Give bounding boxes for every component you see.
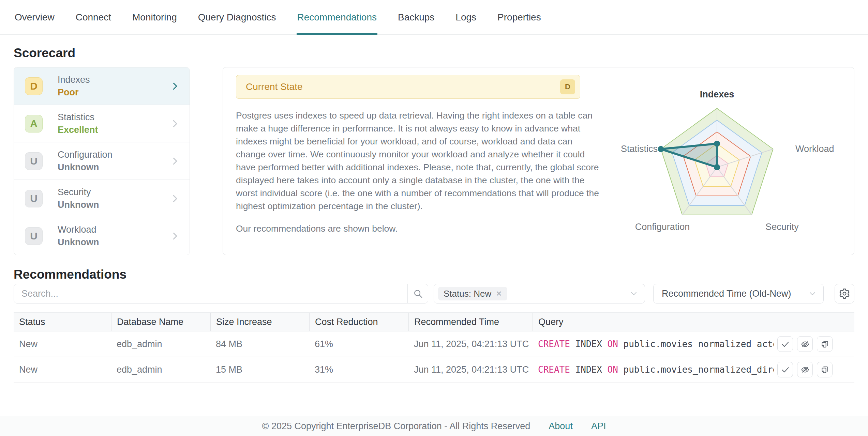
scorecard-item-configuration[interactable]: U Configuration Unknown bbox=[14, 142, 190, 180]
cell-status: New bbox=[14, 357, 111, 382]
scorecard-item-security[interactable]: U Security Unknown bbox=[14, 180, 190, 217]
apply-recommendation-button[interactable] bbox=[777, 336, 793, 352]
search-button[interactable] bbox=[407, 284, 428, 303]
copy-icon bbox=[820, 340, 829, 349]
current-state-title: Current State bbox=[246, 81, 303, 92]
remove-filter-icon[interactable]: × bbox=[496, 288, 502, 299]
grade-badge: U bbox=[25, 190, 43, 207]
current-state-card: Current State D Postgres uses indexes to… bbox=[223, 67, 854, 255]
gear-icon bbox=[839, 288, 850, 299]
sort-dropdown-value: Recommended Time (Old-New) bbox=[662, 289, 791, 299]
page-footer: © 2025 Copyright EnterpriseDB Corporatio… bbox=[0, 416, 868, 436]
chevron-right-icon bbox=[170, 231, 180, 241]
col-cost-reduction: Cost Reduction bbox=[309, 313, 408, 331]
radar-axis-label-workload: Workload bbox=[795, 144, 834, 154]
table-body: New edb_admin 84 MB 61% Jun 11, 2025, 04… bbox=[14, 331, 854, 383]
cell-size-increase: 84 MB bbox=[210, 331, 309, 357]
scorecard-item-name: Workload bbox=[58, 224, 99, 235]
nav-tab-recommendations[interactable]: Recommendations bbox=[297, 0, 377, 34]
recommendations-table: Status Database Name Size Increase Cost … bbox=[14, 312, 854, 383]
cell-cost-reduction: 31% bbox=[309, 357, 408, 382]
copy-query-button[interactable] bbox=[817, 362, 833, 377]
nav-tabs: OverviewConnectMonitoringQuery Diagnosti… bbox=[14, 0, 868, 34]
col-status: Status bbox=[14, 313, 111, 331]
nav-tab-label: Backups bbox=[398, 12, 434, 23]
table-row: New edb_admin 15 MB 31% Jun 11, 2025, 04… bbox=[14, 357, 854, 383]
scorecard-item-status: Unknown bbox=[58, 237, 99, 248]
status-filter-chip-label: Status: New bbox=[444, 289, 491, 299]
top-navigation: OverviewConnectMonitoringQuery Diagnosti… bbox=[0, 0, 868, 35]
table-header: Status Database Name Size Increase Cost … bbox=[14, 312, 854, 331]
status-filter-chip[interactable]: Status: New × bbox=[438, 287, 507, 300]
scorecard-item-status: Unknown bbox=[58, 162, 113, 173]
apply-recommendation-button[interactable] bbox=[777, 362, 793, 377]
scorecard-item-name: Configuration bbox=[58, 150, 113, 160]
nav-tab-label: Recommendations bbox=[297, 12, 377, 23]
chevron-right-icon bbox=[170, 81, 180, 91]
search-box bbox=[14, 284, 428, 303]
status-filter-dropdown[interactable]: Status: New × bbox=[434, 284, 645, 303]
scorecard-title: Scorecard bbox=[14, 46, 854, 60]
copyright-text: © 2025 Copyright EnterpriseDB Corporatio… bbox=[262, 421, 530, 432]
col-actions bbox=[774, 313, 854, 331]
nav-tab-logs[interactable]: Logs bbox=[455, 0, 477, 34]
nav-tab-overview[interactable]: Overview bbox=[14, 0, 55, 34]
hide-recommendation-button[interactable] bbox=[797, 362, 813, 377]
about-link[interactable]: About bbox=[549, 421, 573, 432]
nav-tab-connect[interactable]: Connect bbox=[75, 0, 112, 34]
nav-tab-query-diagnostics[interactable]: Query Diagnostics bbox=[197, 0, 277, 34]
cell-query: CREATE INDEX ON public.movies_normalized… bbox=[533, 357, 774, 382]
scorecard-item-indexes[interactable]: D Indexes Poor bbox=[14, 67, 190, 105]
chevron-right-icon bbox=[170, 119, 180, 129]
scorecard-item-name: Indexes bbox=[58, 75, 90, 85]
nav-tab-monitoring[interactable]: Monitoring bbox=[132, 0, 178, 34]
search-input[interactable] bbox=[14, 284, 407, 303]
hide-recommendation-button[interactable] bbox=[797, 336, 813, 352]
cell-query: CREATE INDEX ON public.movies_normalized… bbox=[533, 331, 774, 357]
copy-query-button[interactable] bbox=[817, 336, 833, 352]
scorecard-item-name: Statistics bbox=[58, 112, 98, 123]
cell-recommended-time: Jun 11, 2025, 04:21:13 UTC bbox=[408, 331, 533, 357]
cell-cost-reduction: 61% bbox=[309, 331, 408, 357]
nav-tab-properties[interactable]: Properties bbox=[497, 0, 542, 34]
nav-tab-label: Logs bbox=[455, 12, 476, 23]
scorecard-item-status: Excellent bbox=[58, 125, 98, 135]
grade-badge: U bbox=[25, 152, 43, 170]
check-icon bbox=[781, 340, 790, 349]
chevron-down-icon bbox=[629, 289, 639, 298]
nav-tab-label: Overview bbox=[15, 12, 55, 23]
nav-tab-label: Monitoring bbox=[132, 12, 177, 23]
table-settings-button[interactable] bbox=[835, 284, 854, 303]
grade-badge: U bbox=[25, 227, 43, 245]
description-paragraph: Postgres uses indexes to speed up data r… bbox=[236, 109, 601, 213]
copy-icon bbox=[820, 365, 829, 374]
radar-axis-label-statistics: Statistics bbox=[621, 144, 658, 154]
description-paragraph: Our recommendations are shown below. bbox=[236, 222, 601, 235]
radar-axis-label-configuration: Configuration bbox=[635, 222, 690, 232]
scorecard-item-statistics[interactable]: A Statistics Excellent bbox=[14, 105, 190, 142]
chevron-right-icon bbox=[170, 156, 180, 166]
nav-tab-backups[interactable]: Backups bbox=[397, 0, 435, 34]
cell-actions bbox=[774, 331, 854, 357]
eye-off-icon bbox=[800, 340, 810, 349]
chevron-down-icon bbox=[808, 289, 817, 298]
radar-axis-label-indexes: Indexes bbox=[700, 89, 734, 99]
cell-status: New bbox=[14, 331, 111, 357]
scorecard-item-workload[interactable]: U Workload Unknown bbox=[14, 217, 190, 255]
check-icon bbox=[781, 365, 790, 374]
cell-database-name: edb_admin bbox=[111, 331, 210, 357]
api-link[interactable]: API bbox=[591, 421, 606, 432]
nav-tab-label: Connect bbox=[76, 12, 111, 23]
scorecard-item-status: Unknown bbox=[58, 200, 99, 210]
sort-dropdown[interactable]: Recommended Time (Old-New) bbox=[653, 284, 824, 303]
grade-badge: A bbox=[25, 115, 43, 133]
scorecard-item-status: Poor bbox=[58, 87, 90, 98]
current-state-grade-badge: D bbox=[560, 79, 575, 94]
cell-recommended-time: Jun 11, 2025, 04:21:13 UTC bbox=[408, 357, 533, 382]
nav-tab-label: Properties bbox=[497, 12, 541, 23]
chevron-right-icon bbox=[170, 193, 180, 204]
col-database-name: Database Name bbox=[111, 313, 210, 331]
search-icon bbox=[413, 289, 423, 299]
scorecard-list: D Indexes Poor A Statistics Excellent U … bbox=[14, 67, 190, 255]
table-row: New edb_admin 84 MB 61% Jun 11, 2025, 04… bbox=[14, 331, 854, 357]
